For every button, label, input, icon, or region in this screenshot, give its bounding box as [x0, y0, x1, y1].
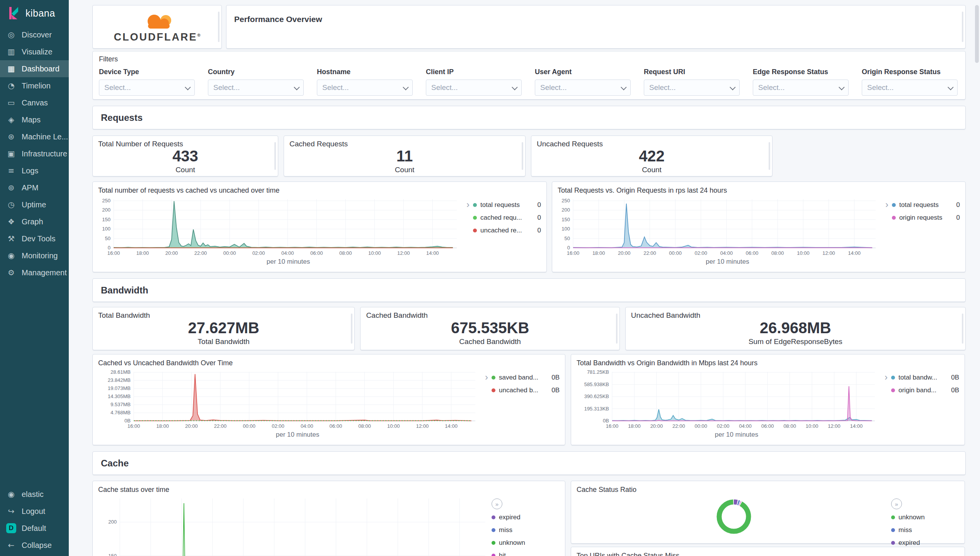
cache-section-header: Cache — [92, 451, 966, 475]
svg-text:0: 0 — [567, 245, 570, 251]
edge-response-status-select[interactable]: Select... — [753, 80, 849, 96]
sidebar-item-timelion[interactable]: ◔Timelion — [0, 77, 69, 94]
sidebar-item-default[interactable]: DDefault — [0, 520, 69, 537]
legend-item[interactable]: miss — [492, 524, 560, 536]
sidebar-item-uptime[interactable]: ◷Uptime — [0, 196, 69, 213]
legend-item[interactable]: origin band...0B — [891, 384, 959, 397]
legend-collapse-icon[interactable]: › — [463, 195, 473, 267]
user-agent-select[interactable]: Select... — [535, 80, 631, 96]
request-uri-select[interactable]: Select... — [644, 80, 740, 96]
legend-item[interactable]: cached requ...0 — [473, 211, 541, 224]
legend-item[interactable]: origin requests0 — [892, 211, 960, 224]
legend-value: 0 — [956, 201, 960, 209]
kibana-logo-row[interactable]: kibana — [0, 0, 69, 25]
filters-title: Filters — [99, 55, 959, 63]
svg-text:10:00: 10:00 — [368, 250, 381, 256]
chart-plot[interactable]: 16:0018:0020:0022:0000:0002:0004:0006:00… — [577, 368, 881, 431]
select-placeholder: Select... — [758, 83, 785, 92]
chart-legend: total requests0origin requests0 — [892, 195, 960, 267]
sidebar-item-dashboard[interactable]: ▦Dashboard — [0, 60, 69, 77]
legend-collapse-icon[interactable]: › — [882, 195, 892, 267]
legend-item[interactable]: unknown — [891, 511, 959, 524]
sidebar-item-discover[interactable]: ◎Discover — [0, 26, 69, 43]
sidebar-footer: ◉elastic↪LogoutDDefault←Collapse — [0, 486, 69, 556]
uptime-icon: ◷ — [6, 200, 16, 209]
legend-item[interactable]: total requests0 — [473, 198, 541, 211]
svg-text:20:00: 20:00 — [165, 250, 178, 256]
svg-text:4.768MB: 4.768MB — [111, 410, 131, 415]
sidebar-item-logout[interactable]: ↪Logout — [0, 503, 69, 520]
device-type-select[interactable]: Select... — [99, 80, 195, 96]
svg-text:14:00: 14:00 — [445, 423, 458, 429]
page-scrollbar[interactable] — [975, 5, 979, 63]
legend-value: 0 — [538, 201, 541, 209]
hostname-select[interactable]: Select... — [317, 80, 413, 96]
legend-dot — [473, 216, 477, 220]
bandwidth-vs-origin-chart-panel: Total Bandwidth vs Origin Bandwidth in M… — [571, 354, 965, 445]
legend-item[interactable]: total requests0 — [892, 198, 960, 211]
svg-text:20:00: 20:00 — [618, 250, 631, 256]
client-ip-select[interactable]: Select... — [426, 80, 522, 96]
svg-text:150: 150 — [102, 217, 111, 222]
sidebar-item-elastic[interactable]: ◉elastic — [0, 486, 69, 503]
sidebar-item-collapse[interactable]: ←Collapse — [0, 537, 69, 554]
requests-metrics-row: Total Number of Requests433CountCached R… — [92, 136, 966, 176]
sidebar-item-management[interactable]: ⚙Management — [0, 264, 69, 281]
legend-item[interactable]: total bandw...0B — [891, 371, 959, 384]
sidebar-item-visualize[interactable]: ▥Visualize — [0, 43, 69, 60]
canvas-icon: ▭ — [6, 98, 16, 107]
sidebar-item-apm[interactable]: ⊚APM — [0, 179, 69, 196]
dashboard-title: Performance Overview — [234, 15, 322, 24]
sidebar-item-canvas[interactable]: ▭Canvas — [0, 94, 69, 111]
legend-item[interactable]: miss — [891, 524, 959, 536]
svg-text:585.938KB: 585.938KB — [584, 381, 609, 387]
sidebar-item-dev-tools[interactable]: ⚒Dev Tools — [0, 230, 69, 247]
sidebar-item-machine-le[interactable]: ⊛Machine Le... — [0, 128, 69, 145]
metric-value: 26.968MB — [760, 320, 831, 336]
metric-unit: Count — [175, 166, 195, 174]
legend-item[interactable]: unknown — [492, 536, 560, 549]
svg-text:00:00: 00:00 — [243, 423, 256, 429]
legend-item[interactable]: uncached b...0B — [492, 384, 560, 397]
sidebar-nav: ◎Discover▥Visualize▦Dashboard◔Timelion▭C… — [0, 26, 69, 281]
cache-ratio-donut[interactable] — [713, 495, 755, 538]
sidebar-item-graph[interactable]: ❖Graph — [0, 213, 69, 230]
metric-value: 675.535KB — [451, 320, 529, 336]
legend-value: 0B — [951, 386, 959, 394]
select-placeholder: Select... — [213, 83, 240, 92]
filters-panel: Filters Device TypeSelect...CountrySelec… — [92, 51, 966, 100]
filter-fields: Device TypeSelect...CountrySelect...Host… — [99, 68, 959, 96]
legend-value: 0B — [951, 374, 959, 381]
svg-text:781.25KB: 781.25KB — [587, 369, 609, 375]
legend-item[interactable]: expired — [492, 511, 560, 524]
chart-plot[interactable]: 16:0018:0020:0022:0000:0002:0004:0006:00… — [98, 195, 463, 258]
registered-mark: ® — [197, 33, 200, 37]
country-select[interactable]: Select... — [208, 80, 304, 96]
legend-dot — [492, 388, 495, 392]
legend-collapse-icon[interactable]: › — [481, 368, 492, 440]
legend-item[interactable]: hit — [492, 549, 560, 556]
origin-response-status-select[interactable]: Select... — [862, 80, 958, 96]
filter-client-ip: Client IPSelect... — [426, 68, 522, 96]
chevron-down-icon — [948, 84, 954, 90]
sidebar-item-infrastructure[interactable]: ▣Infrastructure — [0, 145, 69, 162]
svg-text:06:00: 06:00 — [310, 250, 323, 256]
legend-collapse-icon[interactable]: › — [881, 368, 891, 440]
legend-collapse-icon[interactable]: » — [492, 498, 502, 509]
sidebar-item-label: Timelion — [22, 81, 51, 90]
legend-collapse-icon[interactable]: » — [891, 498, 902, 509]
select-placeholder: Select... — [867, 83, 894, 92]
chart-plot[interactable]: 16:0018:0020:0022:0000:0002:0004:0006:00… — [98, 495, 492, 556]
metric-title: Cached Bandwidth — [366, 311, 614, 320]
requests-over-time-chart-panel: Total number of requests vs cached vs un… — [92, 181, 547, 272]
chart-plot[interactable]: 16:0018:0020:0022:0000:0002:0004:0006:00… — [558, 195, 882, 258]
sidebar-item-maps[interactable]: ◈Maps — [0, 111, 69, 128]
sidebar-item-logs[interactable]: ≡Logs — [0, 162, 69, 179]
svg-text:02:00: 02:00 — [717, 423, 730, 429]
legend-item[interactable]: saved band...0B — [492, 371, 560, 384]
management-icon: ⚙ — [6, 268, 16, 277]
sidebar-item-monitoring[interactable]: ◉Monitoring — [0, 247, 69, 264]
chart-plot[interactable]: 16:0018:0020:0022:0000:0002:0004:0006:00… — [98, 368, 481, 431]
legend-item[interactable]: uncached re...0 — [473, 224, 541, 237]
svg-text:200: 200 — [108, 519, 117, 525]
